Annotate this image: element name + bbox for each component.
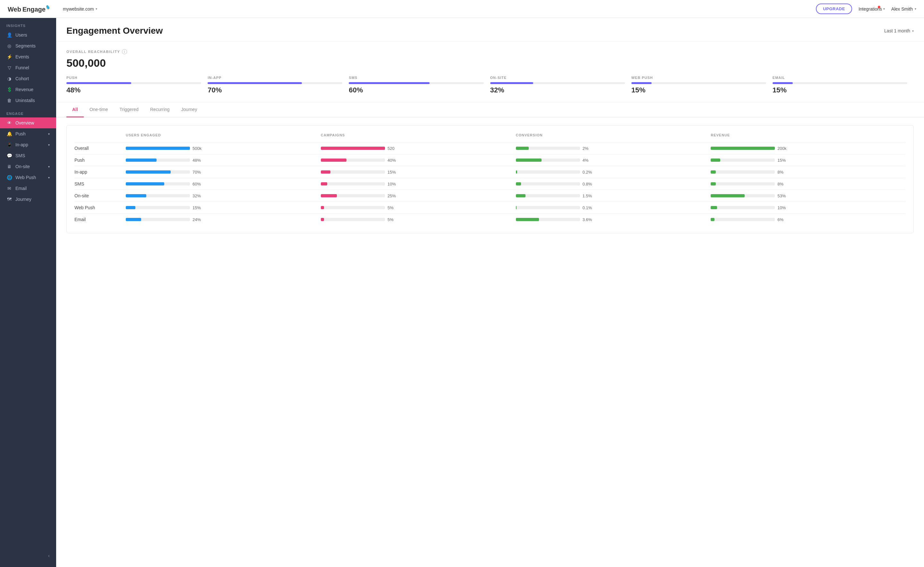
users-cell-2: 70% (126, 170, 321, 174)
reachability-section: OVERALL REACHABILITY i 500,000 PUSH 48% … (56, 41, 924, 102)
campaigns-bar-bg-3 (321, 182, 385, 186)
col-header-0 (74, 133, 126, 137)
reach-channel-email: EMAIL 15% (772, 76, 914, 94)
sidebar-label-cohort: Cohort (15, 76, 29, 81)
user-info[interactable]: Alex Smith ▾ (891, 6, 916, 12)
users-val-5: 15% (192, 206, 205, 210)
tab-recurring[interactable]: Recurring (144, 102, 176, 117)
sidebar-item-email[interactable]: ✉ Email (0, 183, 56, 194)
users-cell-4: 32% (126, 194, 321, 198)
users-bar-fill-6 (126, 218, 141, 221)
col-header-2: CAMPAIGNS (321, 133, 516, 137)
revenue-cell-4: 53% (711, 194, 906, 198)
sidebar-item-journey[interactable]: 🗺 Journey (0, 194, 56, 205)
conversion-bar-fill-4 (516, 194, 525, 197)
conversion-val-0: 2% (583, 146, 595, 151)
channel-label-webpush: WEB PUSH (632, 76, 766, 80)
upgrade-button[interactable]: UPGRADE (816, 3, 852, 14)
sidebar-item-cohort[interactable]: ◑ Cohort (0, 73, 56, 84)
sidebar-label-email: Email (15, 186, 27, 191)
onsite-icon: 🖥 (6, 164, 12, 169)
conversion-bar-bg-1 (516, 159, 580, 162)
tab-journey[interactable]: Journey (176, 102, 203, 117)
revenue-bar-fill-2 (711, 170, 716, 174)
campaigns-val-3: 10% (388, 182, 400, 186)
website-selector[interactable]: mywebsite.com ▾ (60, 4, 100, 14)
sidebar-item-sms[interactable]: 💬 SMS (0, 150, 56, 161)
campaigns-bar-fill-0 (321, 147, 385, 150)
sidebar-item-events[interactable]: ⚡ Events (0, 51, 56, 62)
progress-bar-bg-sms (349, 82, 483, 84)
chevron-down-icon: ▾ (883, 7, 885, 10)
app-body: INSIGHTS 👤 Users ◎ Segments ⚡ Events ▽ F… (0, 18, 924, 567)
users-val-1: 48% (192, 158, 205, 163)
table-header: USERS ENGAGEDCAMPAIGNSCONVERSIONREVENUE (74, 133, 906, 140)
campaigns-val-0: 520 (388, 146, 400, 151)
sidebar-item-onsite[interactable]: 🖥 On-site ▾ (0, 161, 56, 172)
sidebar-item-push[interactable]: 🔔 Push ▾ (0, 128, 56, 139)
conversion-cell-5: 0.1% (516, 206, 711, 210)
table-row-2: In-app 70% 15% 0.2% 8% (74, 166, 906, 178)
revenue-bar-bg-1 (711, 159, 775, 162)
sidebar-label-overview: Overview (15, 120, 34, 126)
sidebar-item-uninstalls[interactable]: 🗑 Uninstalls (0, 95, 56, 106)
info-icon[interactable]: i (122, 49, 127, 54)
table-row-3: SMS 60% 10% 0.8% 8% (74, 178, 906, 190)
sidebar-item-revenue[interactable]: 💲 Revenue (0, 84, 56, 95)
sidebar-label-funnel: Funnel (15, 65, 29, 70)
funnel-icon: ▽ (6, 65, 12, 70)
conversion-bar-fill-5 (516, 206, 516, 209)
conversion-bar-bg-6 (516, 218, 580, 221)
email-icon: ✉ (6, 186, 12, 191)
page-header: Engagement Overview Last 1 month ▾ (56, 18, 924, 41)
reachability-label: OVERALL REACHABILITY i (66, 49, 914, 54)
integrations-link[interactable]: Integrations ▾ (858, 6, 885, 12)
sidebar-item-users[interactable]: 👤 Users (0, 30, 56, 40)
revenue-bar-bg-2 (711, 170, 775, 174)
campaigns-bar-bg-0 (321, 147, 385, 150)
users-cell-5: 15% (126, 206, 321, 210)
sidebar-item-inapp[interactable]: 📱 In-app ▾ (0, 139, 56, 150)
channel-pct-push: 48% (66, 86, 201, 94)
row-label-0: Overall (74, 146, 126, 151)
conversion-bar-fill-6 (516, 218, 539, 221)
reach-channel-sms: SMS 60% (349, 76, 490, 94)
revenue-bar-fill-3 (711, 182, 716, 186)
reach-channel-onsite: ON-SITE 32% (490, 76, 632, 94)
revenue-bar-bg-4 (711, 194, 775, 197)
date-filter[interactable]: Last 1 month ▾ (884, 28, 914, 33)
campaigns-val-6: 5% (388, 217, 400, 222)
users-val-0: 500k (192, 146, 205, 151)
campaigns-cell-6: 5% (321, 217, 516, 222)
revenue-val-0: 200k (777, 146, 790, 151)
conversion-bar-fill-2 (516, 170, 517, 174)
tab-triggered[interactable]: Triggered (114, 102, 144, 117)
uninstalls-icon: 🗑 (6, 98, 12, 103)
channel-label-push: PUSH (66, 76, 201, 80)
sidebar-label-events: Events (15, 54, 29, 59)
conversion-val-3: 0.8% (583, 182, 595, 186)
sidebar-item-overview[interactable]: 👁 Overview (0, 117, 56, 128)
tabs-bar: AllOne-timeTriggeredRecurringJourney (56, 102, 924, 117)
tab-all[interactable]: All (66, 102, 84, 117)
users-cell-1: 48% (126, 158, 321, 163)
conversion-cell-6: 3.6% (516, 217, 711, 222)
revenue-val-4: 53% (777, 194, 790, 198)
table-row-0: Overall 500k 520 2% 200k (74, 142, 906, 154)
svg-text:🐦: 🐦 (45, 4, 50, 10)
sidebar-collapse-button[interactable]: ‹ (0, 550, 56, 562)
users-bar-bg-5 (126, 206, 190, 209)
sidebar-item-funnel[interactable]: ▽ Funnel (0, 62, 56, 73)
revenue-val-2: 8% (777, 170, 790, 174)
channel-pct-sms: 60% (349, 86, 483, 94)
progress-bar-fill-sms (349, 82, 430, 84)
tab-onetime[interactable]: One-time (84, 102, 114, 117)
sidebar-label-revenue: Revenue (15, 87, 33, 92)
segments-icon: ◎ (6, 44, 12, 48)
sidebar-item-webpush[interactable]: 🌐 Web Push ▾ (0, 172, 56, 183)
sidebar-label-push: Push (15, 131, 26, 136)
users-bar-bg-3 (126, 182, 190, 186)
reach-channel-webpush: WEB PUSH 15% (632, 76, 772, 94)
sidebar-item-segments[interactable]: ◎ Segments (0, 40, 56, 51)
campaigns-bar-fill-2 (321, 170, 330, 174)
